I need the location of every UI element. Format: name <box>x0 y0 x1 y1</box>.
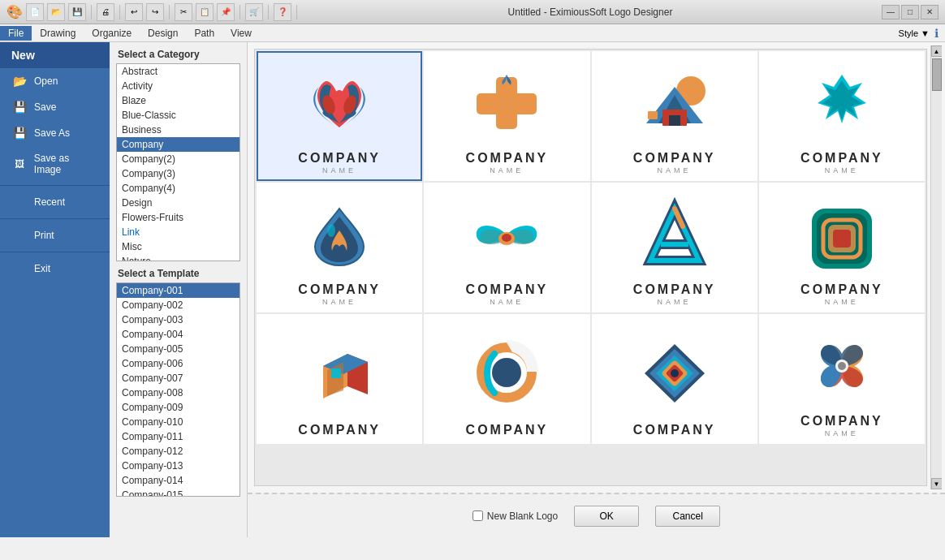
logo-subname: NAME <box>658 166 692 174</box>
logo-cell[interactable]: COMPANYNAME <box>424 51 589 181</box>
content-area: Select a Category AbstractActivityBlazeB… <box>110 42 945 537</box>
category-item[interactable]: Company <box>117 137 239 152</box>
menu-file[interactable]: File <box>0 26 32 41</box>
logo-name: COMPANY <box>466 151 549 166</box>
template-item[interactable]: Company-011 <box>117 429 239 444</box>
redo-btn[interactable]: ↪ <box>146 3 164 21</box>
logo-name: COMPANY <box>800 282 883 297</box>
category-item[interactable]: Business <box>117 123 239 137</box>
open-tool-btn[interactable]: 📂 <box>47 3 65 21</box>
cart-btn[interactable]: 🛒 <box>245 3 263 21</box>
minimize-button[interactable]: — <box>882 5 900 19</box>
logo-grid-scroll[interactable]: COMPANYNAME COMPANYNAME COMPANYNAME COMP… <box>254 49 927 486</box>
menu-item-saveas[interactable]: 💾 Save As <box>0 120 110 146</box>
menu-design[interactable]: Design <box>140 26 186 41</box>
new-tool-btn[interactable]: 📄 <box>26 3 44 21</box>
blank-logo-label[interactable]: New Blank Logo <box>472 510 558 522</box>
toolbar-separator2 <box>119 5 120 19</box>
category-item[interactable]: Nature <box>117 254 239 261</box>
right-scrollbar[interactable]: ▲ ▼ <box>930 45 942 489</box>
main-container: New 📂 Open 💾 Save 💾 Save As 🖼 Save as Im… <box>0 42 945 537</box>
ok-button[interactable]: OK <box>574 506 639 527</box>
template-item[interactable]: Company-002 <box>117 298 239 312</box>
template-item[interactable]: Company-005 <box>117 342 239 356</box>
category-item[interactable]: Blue-Classic <box>117 108 239 123</box>
left-panels: Select a Category AbstractActivityBlazeB… <box>110 42 248 537</box>
logo-cell[interactable]: COMPANYNAME <box>592 51 757 181</box>
category-item[interactable]: Blaze <box>117 93 239 108</box>
file-sidebar-header[interactable]: New <box>0 42 110 68</box>
menu-item-save[interactable]: 💾 Save <box>0 94 110 120</box>
template-item[interactable]: Company-014 <box>117 473 239 488</box>
cut-btn[interactable]: ✂ <box>175 3 192 21</box>
category-item[interactable]: Company(4) <box>117 181 239 196</box>
logo-cell[interactable]: COMPANYNAME <box>257 51 422 181</box>
logo-subname: NAME <box>825 429 859 437</box>
svg-point-37 <box>838 362 846 370</box>
copy-btn[interactable]: 📋 <box>196 3 214 21</box>
logo-cell[interactable]: COMPANY <box>592 314 757 444</box>
menu-item-exit[interactable]: Exit <box>0 256 110 282</box>
template-item[interactable]: Company-012 <box>117 444 239 459</box>
close-button[interactable]: ✕ <box>921 5 939 19</box>
logo-graphic <box>429 59 585 146</box>
menu-organize[interactable]: Organize <box>84 26 140 41</box>
category-list-scroll[interactable]: AbstractActivityBlazeBlue-ClassicBusines… <box>117 64 239 261</box>
menu-drawing[interactable]: Drawing <box>32 26 84 41</box>
logo-cell[interactable]: COMPANYNAME <box>759 51 925 181</box>
menu-path[interactable]: Path <box>186 26 222 41</box>
style-label[interactable]: Style ▼ <box>899 28 930 38</box>
logo-cell[interactable]: COMPANYNAME <box>759 314 925 444</box>
menu-item-saveimage[interactable]: 🖼 Save as Image <box>0 146 110 182</box>
template-item[interactable]: Company-009 <box>117 400 239 415</box>
category-item[interactable]: Abstract <box>117 64 239 79</box>
category-item[interactable]: Misc <box>117 239 239 254</box>
toolbar-icons: 🎨 📄 📂 💾 🖨 ↩ ↪ ✂ 📋 📌 🛒 ❓ <box>6 3 299 21</box>
category-list-container[interactable]: AbstractActivityBlazeBlue-ClassicBusines… <box>116 63 240 261</box>
template-item[interactable]: Company-013 <box>117 459 239 473</box>
toolbar-separator6 <box>296 5 297 19</box>
template-item[interactable]: Company-007 <box>117 371 239 386</box>
category-item[interactable]: Activity <box>117 79 239 93</box>
logo-cell[interactable]: COMPANYNAME <box>759 183 925 312</box>
category-item[interactable]: Company(3) <box>117 166 239 181</box>
logo-cell[interactable]: COMPANYNAME <box>257 183 422 312</box>
template-item[interactable]: Company-006 <box>117 356 239 371</box>
logo-grid: COMPANYNAME COMPANYNAME COMPANYNAME COMP… <box>255 50 926 446</box>
menu-item-print[interactable]: Print <box>0 222 110 248</box>
template-item[interactable]: Company-004 <box>117 327 239 342</box>
menu-view[interactable]: View <box>222 26 260 41</box>
template-item[interactable]: Company-001 <box>117 283 239 298</box>
info-icon[interactable]: ℹ <box>934 27 939 40</box>
template-item[interactable]: Company-015 <box>117 488 239 496</box>
template-list-scroll[interactable]: Company-001Company-002Company-003Company… <box>117 283 239 496</box>
template-item[interactable]: Company-010 <box>117 415 239 429</box>
paste-btn[interactable]: 📌 <box>217 3 235 21</box>
logo-cell[interactable]: COMPANY <box>257 314 422 444</box>
template-item[interactable]: Company-003 <box>117 312 239 327</box>
svg-point-35 <box>671 369 679 377</box>
template-item[interactable]: Company-008 <box>117 386 239 400</box>
blank-logo-checkbox[interactable] <box>472 510 483 521</box>
maximize-button[interactable]: □ <box>901 5 919 19</box>
category-item[interactable]: Company(2) <box>117 152 239 166</box>
scroll-down-arrow[interactable]: ▼ <box>931 478 943 489</box>
scroll-up-arrow[interactable]: ▲ <box>931 45 943 57</box>
category-item[interactable]: Flowers-Fruits <box>117 210 239 225</box>
category-item[interactable]: Design <box>117 196 239 210</box>
category-item[interactable]: Link <box>117 225 239 239</box>
menu-item-recent[interactable]: Recent <box>0 189 110 215</box>
logo-cell[interactable]: COMPANY <box>424 314 589 444</box>
save-tool-btn[interactable]: 💾 <box>68 3 86 21</box>
cancel-button[interactable]: Cancel <box>655 506 720 527</box>
help-btn[interactable]: ❓ <box>274 3 291 21</box>
undo-btn[interactable]: ↩ <box>125 3 143 21</box>
logo-name: COMPANY <box>466 423 549 437</box>
template-list-container[interactable]: Company-001Company-002Company-003Company… <box>116 282 240 497</box>
logo-cell[interactable]: COMPANYNAME <box>592 183 757 312</box>
scroll-thumb[interactable] <box>932 58 942 91</box>
menu-item-open[interactable]: 📂 Open <box>0 68 110 94</box>
window-controls[interactable]: — □ ✕ <box>882 5 939 19</box>
print-tool-btn[interactable]: 🖨 <box>97 3 114 21</box>
logo-cell[interactable]: COMPANYNAME <box>424 183 589 312</box>
